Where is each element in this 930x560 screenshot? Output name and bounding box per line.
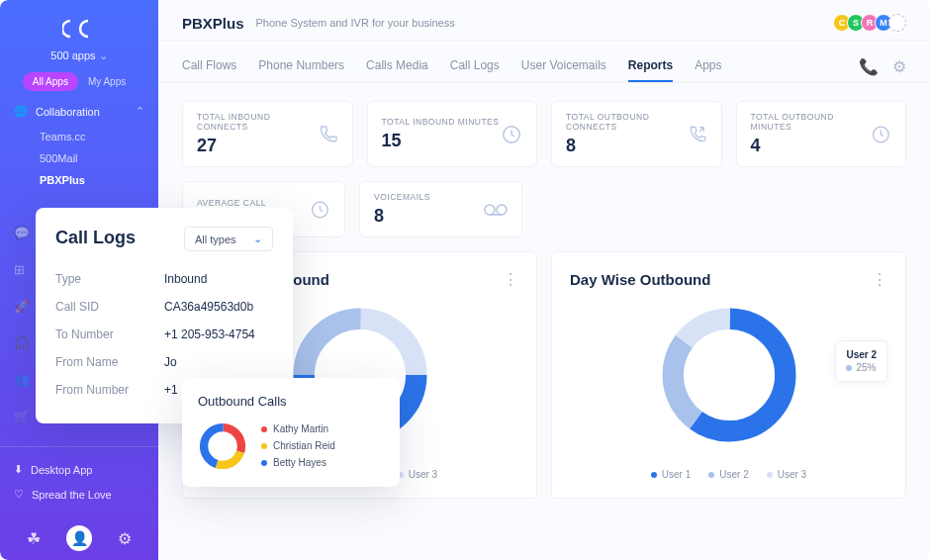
- app-title: PBXPlus: [182, 15, 244, 32]
- call-logs-filter[interactable]: All types ⌄: [184, 227, 273, 251]
- metric-voicemails: Voicemails8: [359, 181, 522, 237]
- row-type: TypeInbound: [55, 265, 273, 293]
- phone-icon: [318, 124, 338, 145]
- people-icon[interactable]: 👥: [14, 372, 30, 387]
- ob-item-christian: Christian Reid: [261, 437, 335, 454]
- my-apps-pill[interactable]: My Apps: [78, 72, 136, 91]
- legend-outbound: User 1 User 2 User 3: [570, 469, 887, 480]
- donut-outbound-small: [198, 421, 247, 471]
- metric-outbound-connects: Total Outbound Connects8: [551, 101, 722, 167]
- tab-reports[interactable]: Reports: [628, 50, 673, 82]
- row-from-name: From NameJo: [55, 348, 273, 376]
- outbound-calls-title: Outbound Calls: [198, 394, 384, 409]
- voicemail-icon: [484, 203, 508, 217]
- metric-inbound-minutes: Total Inbound Minutes15: [367, 101, 538, 167]
- tab-call-flows[interactable]: Call Flows: [182, 50, 236, 82]
- app-subtitle: Phone System and IVR for your business: [256, 17, 455, 29]
- svg-point-4: [497, 205, 507, 215]
- add-badge-button[interactable]: [888, 14, 906, 32]
- chart-outbound-title: Day Wise Outbound: [570, 271, 710, 288]
- sidebar-item-spread-love[interactable]: ♡Spread the Love: [14, 482, 144, 507]
- ob-item-kathy: Kathy Martin: [261, 420, 335, 437]
- tab-calls-media[interactable]: Calls Media: [366, 50, 428, 82]
- app-toggle: All Apps My Apps: [14, 72, 144, 91]
- chart-outbound: Day Wise Outbound ⋮ User 2 25% User 1: [551, 251, 906, 499]
- gear-icon[interactable]: ⚙: [118, 529, 132, 548]
- sidebar-item-desktop-app[interactable]: ⬇Desktop App: [14, 457, 144, 482]
- row-to-number: To Number+1 205-953-4754: [55, 321, 273, 348]
- row-call-sid: Call SIDCA36a49563d0b: [55, 293, 273, 321]
- heart-icon: ♡: [14, 488, 24, 501]
- sidebar-item-500mail[interactable]: 500Mail: [40, 147, 144, 169]
- tab-apps[interactable]: Apps: [695, 50, 721, 82]
- tooltip-outbound: User 2 25%: [835, 340, 887, 382]
- clock-icon: [501, 124, 522, 145]
- leaf-icon[interactable]: ☘: [27, 529, 41, 548]
- metric-inbound-connects: Total Inbound Connects27: [182, 101, 353, 167]
- sidebar-item-pbxplus[interactable]: PBXPlus: [40, 169, 144, 191]
- rocket-icon[interactable]: 🚀: [14, 299, 30, 314]
- chart-menu-icon[interactable]: ⋮: [503, 270, 518, 289]
- chevron-down-icon: ⌄: [253, 233, 262, 245]
- header: PBXPlus Phone System and IVR for your bu…: [158, 0, 930, 41]
- sidebar-section-collaboration[interactable]: 🌐 Collaboration ⌃: [14, 105, 144, 118]
- tab-phone-numbers[interactable]: Phone Numbers: [258, 50, 344, 82]
- sidebar-collapsed-icons: 💬 ⊞ 🚀 🎧 👥 🛒: [14, 226, 30, 423]
- clock-icon: [871, 124, 891, 145]
- sidebar-item-teams[interactable]: Teams.cc: [40, 126, 144, 147]
- globe-icon: 🌐: [14, 105, 28, 118]
- infinity-logo-icon: [62, 18, 96, 40]
- ob-item-betty: Betty Hayes: [261, 454, 335, 471]
- phone-icon[interactable]: 📞: [859, 57, 879, 76]
- tab-user-voicemails[interactable]: User Voicemails: [521, 50, 606, 82]
- user-avatar[interactable]: 👤: [66, 525, 92, 551]
- phone-out-icon: [688, 124, 706, 145]
- all-apps-pill[interactable]: All Apps: [23, 72, 78, 91]
- sidebar-footer: ☘ 👤 ⚙: [0, 516, 158, 560]
- donut-outbound: [655, 301, 803, 449]
- headset-icon[interactable]: 🎧: [14, 335, 30, 350]
- tab-call-logs[interactable]: Call Logs: [450, 50, 500, 82]
- clock-icon: [310, 199, 330, 221]
- user-badges: C S R M: [837, 14, 906, 32]
- settings-icon[interactable]: ⚙: [892, 57, 906, 76]
- chart-menu-icon[interactable]: ⋮: [872, 270, 887, 289]
- chevron-up-icon: ⌃: [136, 105, 144, 118]
- apps-count[interactable]: 500 apps ⌄: [0, 49, 158, 62]
- tabs: Call Flows Phone Numbers Calls Media Cal…: [158, 41, 930, 83]
- svg-point-3: [485, 205, 495, 215]
- download-icon: ⬇: [14, 463, 23, 476]
- chat-icon[interactable]: 💬: [14, 226, 30, 240]
- logo: [0, 18, 158, 44]
- overlay-outbound-calls: Outbound Calls Kathy Martin Christian Re…: [182, 378, 400, 487]
- grid-icon[interactable]: ⊞: [14, 262, 30, 277]
- cart-icon[interactable]: 🛒: [14, 409, 30, 423]
- metric-outbound-minutes: Total Outbound Minutes4: [736, 101, 907, 167]
